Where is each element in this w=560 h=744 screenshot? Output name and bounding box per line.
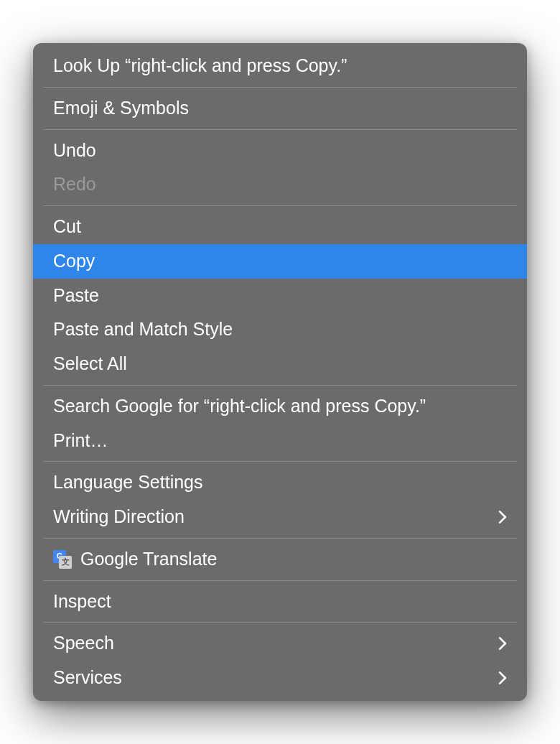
menu-divider	[43, 538, 517, 539]
menu-item-label: Select All	[53, 352, 127, 376]
menu-item-copy[interactable]: Copy	[33, 244, 527, 279]
menu-divider	[43, 461, 517, 462]
menu-item-label: Redo	[53, 172, 96, 197]
menu-item-paste[interactable]: Paste	[33, 279, 527, 313]
menu-item-writing-direction[interactable]: Writing Direction	[33, 500, 527, 534]
menu-item-inspect[interactable]: Inspect	[33, 585, 527, 619]
menu-divider	[43, 622, 517, 623]
menu-item-label: Search Google for “right-click and press…	[53, 394, 426, 419]
menu-item-label: Writing Direction	[53, 505, 185, 529]
menu-item-label: Print…	[53, 429, 108, 453]
menu-divider	[43, 87, 517, 88]
menu-divider	[43, 385, 517, 386]
menu-item-label: Cut	[53, 215, 81, 239]
menu-divider	[43, 580, 517, 581]
menu-item-emoji-symbols[interactable]: Emoji & Symbols	[33, 91, 527, 126]
menu-item-label: Google Translate	[80, 547, 217, 572]
menu-item-label: Look Up “right-click and press Copy.”	[53, 54, 347, 78]
chevron-right-icon	[498, 511, 507, 524]
menu-item-undo[interactable]: Undo	[33, 134, 527, 168]
menu-item-print[interactable]: Print…	[33, 424, 527, 458]
menu-item-label: Services	[53, 666, 122, 690]
menu-item-label: Language Settings	[53, 470, 203, 495]
chevron-right-icon	[498, 637, 507, 650]
menu-item-label: Inspect	[53, 590, 111, 614]
menu-item-paste-match-style[interactable]: Paste and Match Style	[33, 312, 527, 347]
menu-item-select-all[interactable]: Select All	[33, 347, 527, 381]
context-menu: Look Up “right-click and press Copy.” Em…	[33, 43, 527, 701]
menu-item-label: Speech	[53, 631, 114, 656]
menu-item-services[interactable]: Services	[33, 661, 527, 695]
menu-item-label: Paste and Match Style	[53, 317, 233, 342]
menu-divider	[43, 205, 517, 206]
chevron-right-icon	[498, 671, 507, 684]
menu-item-google-translate[interactable]: G 文 Google Translate	[33, 542, 527, 577]
menu-item-language-settings[interactable]: Language Settings	[33, 465, 527, 500]
menu-item-label: Undo	[53, 139, 96, 163]
menu-item-search-google[interactable]: Search Google for “right-click and press…	[33, 389, 527, 424]
menu-item-speech[interactable]: Speech	[33, 626, 527, 661]
google-translate-icon: G 文	[53, 550, 72, 569]
menu-divider	[43, 129, 517, 130]
menu-item-lookup[interactable]: Look Up “right-click and press Copy.”	[33, 49, 527, 83]
menu-item-cut[interactable]: Cut	[33, 210, 527, 244]
menu-item-redo: Redo	[33, 167, 527, 202]
menu-item-label: Copy	[53, 249, 95, 274]
menu-item-label: Paste	[53, 284, 99, 308]
menu-item-label: Emoji & Symbols	[53, 96, 189, 121]
